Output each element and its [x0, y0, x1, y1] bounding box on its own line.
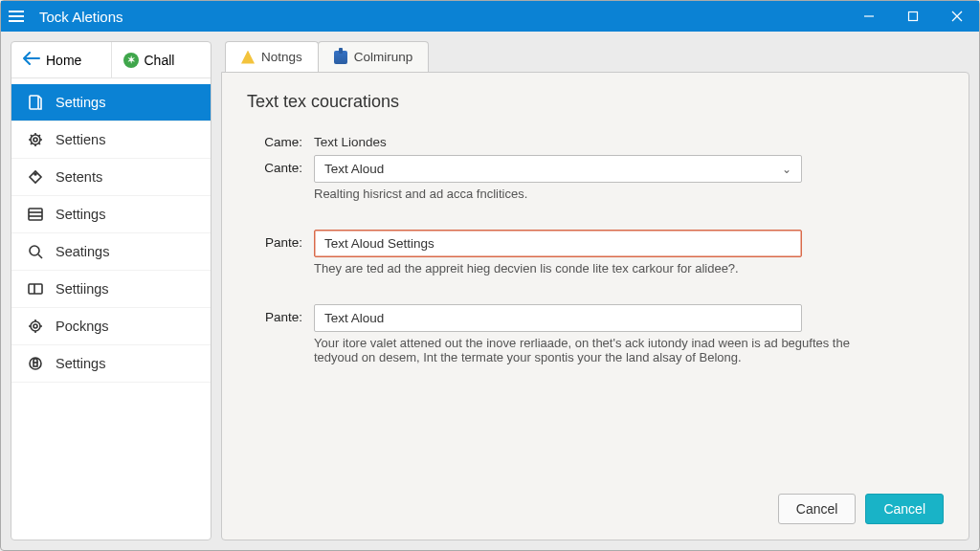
row-came: Came: Text Liondes — [247, 129, 944, 149]
search-icon — [27, 243, 44, 260]
sidebar-item-seatings[interactable]: Seatings — [11, 233, 211, 271]
svg-line-12 — [38, 254, 42, 258]
settings-panel: Text tex coucrations Came: Text Liondes … — [221, 72, 969, 540]
form-area: Came: Text Liondes Cante: Text Aloud ⌄ R… — [247, 129, 944, 482]
sidebar-top: Home ✶ Chall — [11, 42, 211, 78]
panel-heading: Text tex coucrations — [247, 92, 944, 112]
window-title: Tock Aletions — [39, 9, 847, 25]
input-pante2[interactable] — [314, 304, 802, 332]
chall-button[interactable]: ✶ Chall — [111, 42, 212, 77]
panel-footer: Cancel Cancel — [247, 482, 944, 524]
svg-point-16 — [33, 324, 37, 328]
tag-icon — [27, 168, 44, 186]
menu-icon[interactable] — [9, 11, 30, 22]
back-arrow-icon — [23, 52, 40, 68]
title-bar: Tock Aletions — [1, 1, 979, 32]
help-pante2: Your itore valet attened out the inove r… — [314, 336, 850, 364]
sidebar-item-label: Setents — [56, 169, 102, 185]
home-button[interactable]: Home — [11, 42, 111, 77]
maximize-button[interactable] — [891, 1, 935, 32]
ok-button[interactable]: Cancel — [865, 494, 944, 524]
sidebar-item-settings-3[interactable]: Settings — [11, 196, 211, 233]
window-body: Home ✶ Chall Settings Settiens — [1, 32, 979, 550]
svg-rect-1 — [909, 12, 918, 21]
sidebar-item-label: Pockngs — [56, 319, 109, 334]
svg-point-7 — [34, 173, 36, 175]
label-pante1: Pante: — [247, 230, 314, 250]
sidebar-item-setents[interactable]: Setents — [11, 159, 211, 196]
svg-point-6 — [33, 138, 37, 142]
gear2-icon — [27, 318, 44, 335]
sidebar-item-label: Settings — [56, 95, 105, 110]
tab-strip: Notngs Colmirunp — [221, 41, 969, 72]
tab-label: Colmirunp — [354, 50, 413, 64]
svg-rect-8 — [29, 209, 42, 220]
help-cante: Realting hisricst and ad acca fnclitices… — [314, 187, 944, 201]
home-label: Home — [46, 53, 81, 68]
label-came: Came: — [247, 129, 314, 149]
sidebar-item-pockngs[interactable]: Pockngs — [11, 308, 211, 345]
warning-icon — [241, 51, 255, 64]
sidebar-item-settings-0[interactable]: Settings — [11, 84, 211, 121]
svg-rect-18 — [33, 363, 37, 366]
window-controls — [847, 1, 979, 32]
svg-rect-13 — [29, 284, 42, 294]
content-area: Notngs Colmirunp Text tex coucrations Ca… — [221, 41, 969, 540]
svg-rect-4 — [30, 96, 38, 109]
lock-icon — [27, 355, 44, 372]
minimize-button[interactable] — [847, 1, 891, 32]
green-badge-icon: ✶ — [123, 53, 139, 68]
sidebar-item-settiings[interactable]: Settiings — [11, 271, 211, 308]
tab-notngs[interactable]: Notngs — [225, 41, 319, 72]
select-value: Text Aloud — [324, 162, 384, 176]
input-pante1[interactable] — [314, 230, 802, 257]
svg-point-5 — [31, 135, 40, 144]
help-pante1: They are ted ad the appreit hieg decvien… — [314, 261, 944, 276]
frame-icon — [27, 280, 44, 298]
page-icon — [27, 94, 44, 111]
chevron-down-icon: ⌄ — [782, 163, 791, 176]
select-cante[interactable]: Text Aloud ⌄ — [314, 155, 802, 183]
tab-colmirunp[interactable]: Colmirunp — [318, 41, 430, 72]
sidebar: Home ✶ Chall Settings Settiens — [11, 41, 212, 540]
row-pante1: Pante: They are ted ad the appreit hieg … — [247, 230, 944, 285]
drive-icon — [334, 51, 347, 64]
tab-label: Notngs — [261, 50, 302, 64]
sidebar-item-label: Seatings — [56, 244, 109, 259]
label-pante2: Pante: — [247, 304, 314, 324]
gear-icon — [27, 131, 44, 148]
svg-point-15 — [31, 321, 40, 331]
sidebar-item-label: Settings — [56, 207, 105, 222]
nav-list: Settings Settiens Setents Settings Seati… — [11, 78, 211, 540]
list-icon — [27, 206, 44, 223]
sidebar-item-settiens[interactable]: Settiens — [11, 121, 211, 159]
sidebar-item-label: Settiings — [56, 281, 109, 297]
svg-point-11 — [30, 246, 39, 255]
chall-label: Chall — [145, 53, 175, 68]
app-window: Tock Aletions Home ✶ Chall — [0, 0, 980, 551]
sidebar-item-label: Settiens — [56, 132, 105, 147]
sidebar-item-label: Settings — [56, 356, 105, 371]
cancel-button[interactable]: Cancel — [778, 494, 857, 524]
value-came: Text Liondes — [314, 129, 944, 149]
close-button[interactable] — [935, 1, 979, 32]
sidebar-item-settings-7[interactable]: Settings — [11, 345, 211, 383]
row-pante2: Pante: Your itore valet attened out the … — [247, 304, 944, 374]
row-cante: Cante: Text Aloud ⌄ Realting hisricst an… — [247, 155, 944, 210]
label-cante: Cante: — [247, 155, 314, 175]
